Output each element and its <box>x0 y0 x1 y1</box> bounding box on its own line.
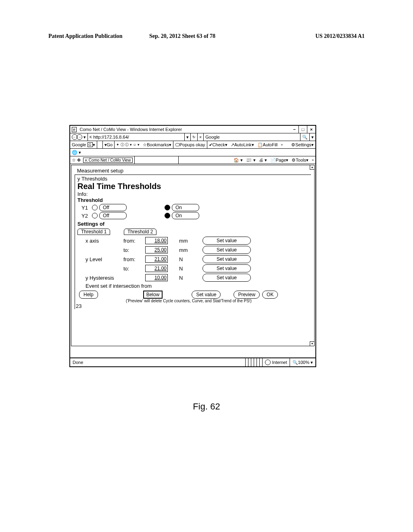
url-text: http://172.16.8.64/ <box>93 135 129 139</box>
set-value-button[interactable]: Set value <box>202 246 251 254</box>
status-done: Done <box>70 358 246 366</box>
maximize-button[interactable]: □ <box>299 126 307 133</box>
tools-menu-label: Tools <box>296 158 306 162</box>
minimize-button[interactable]: − <box>290 126 299 133</box>
xaxis-from-input[interactable]: 18.00 <box>145 237 168 244</box>
browser-tab[interactable]: K Como Net / CoMo View <box>83 158 133 163</box>
site-icon: K <box>90 135 92 139</box>
unit-n: N <box>179 266 191 272</box>
y2-off-pill[interactable]: Off <box>99 212 127 219</box>
y2-on-pill[interactable]: On <box>172 212 199 219</box>
settings-of-label: Settings of <box>77 221 309 227</box>
stop-button[interactable]: × <box>198 133 204 141</box>
y1-off-radio[interactable] <box>92 205 98 210</box>
refresh-button[interactable]: ↻ <box>191 133 198 141</box>
favorites-icon[interactable]: ☆ ✥ <box>70 156 82 164</box>
y2-off-radio[interactable] <box>92 213 98 218</box>
url-dropdown-icon[interactable]: ▾ <box>185 133 191 141</box>
y1-label: Y1 <box>81 205 90 211</box>
forward-icon: → <box>77 134 82 140</box>
scroll-up-icon[interactable]: ▴ <box>310 165 315 170</box>
number-23: 23 <box>76 303 309 309</box>
home-button[interactable]: 🏠 ▾ <box>232 156 244 164</box>
set-value-button[interactable]: Set value <box>202 255 251 263</box>
measurement-setup-label: Measurement setup <box>77 168 311 174</box>
preview-button[interactable]: Preview <box>234 291 260 299</box>
check-label: Check <box>213 142 225 147</box>
xaxis-to-input[interactable]: 25.00 <box>145 246 168 254</box>
unit-mm: mm <box>179 238 191 244</box>
tools-menu[interactable]: ⚙Tools ▾ <box>290 156 310 164</box>
autofill-button[interactable]: 📋 AutoFill <box>256 141 280 148</box>
ylevel-to-input[interactable]: 21.00 <box>145 265 168 272</box>
toolbar-overflow-icon[interactable]: » <box>310 156 315 164</box>
print-button[interactable]: 🖨 ▾ <box>257 156 269 164</box>
set-value-button[interactable]: Set value <box>202 264 251 272</box>
y1-on-pill[interactable]: On <box>172 204 199 211</box>
set-value-button[interactable]: Set value <box>202 274 251 282</box>
y1-row: Y1 Off On <box>81 204 309 211</box>
scroll-down-icon[interactable]: ▾ <box>310 341 315 346</box>
page-menu[interactable]: 📄Page ▾ <box>269 156 290 164</box>
ylevel-label: y Level <box>86 256 122 262</box>
y-thresholds-label: y Thresholds <box>77 176 309 182</box>
y1-off-pill[interactable]: Off <box>99 204 127 211</box>
google-search-field[interactable] <box>97 141 103 148</box>
search-field[interactable]: Google <box>204 133 300 141</box>
url-field[interactable]: K http://172.16.8.64/ <box>88 133 185 141</box>
y2-label: Y2 <box>81 213 90 219</box>
feed-button[interactable]: 📰 ▾ <box>244 156 257 164</box>
check-button[interactable]: ✔ Check ▾ <box>207 141 229 148</box>
aux-icon[interactable]: 🌐 ▾ <box>70 149 83 156</box>
info-label: Info: <box>77 191 309 197</box>
bookmarks-button[interactable]: ☆ Bookmarks▾ <box>141 141 173 148</box>
intersection-select[interactable]: Below <box>143 291 163 299</box>
search-engine-label: Google <box>205 135 219 139</box>
zoom-icon: 🔍 <box>292 360 298 365</box>
real-time-thresholds-heading: Real Time Thresholds <box>77 182 309 191</box>
search-button[interactable]: 🔍 <box>300 133 310 141</box>
y2-on-radio[interactable] <box>165 213 170 218</box>
doc-header-mid: Sep. 20, 2012 Sheet 63 of 78 <box>149 33 215 39</box>
nav-back-forward[interactable]: ← → ▾ <box>70 133 88 141</box>
google-brand-label: Google <box>72 142 86 147</box>
overflow-icon[interactable]: » <box>279 141 284 148</box>
patent-header: Patent Application Publication Sep. 20, … <box>48 33 365 39</box>
google-brand[interactable]: Google G▾ <box>70 141 97 148</box>
yhyst-input[interactable]: 10.00 <box>145 274 168 281</box>
popups-button[interactable]: 🖵 Popups okay <box>173 141 207 148</box>
google-toolbar: Google G▾ ▾Go ✦ ⓘ ⓘ ▾ ☺ ▾ ☆ Bookmarks▾ 🖵… <box>70 141 315 149</box>
close-button[interactable]: × <box>307 126 315 133</box>
address-bar: ← → ▾ K http://172.16.8.64/ ▾ ↻ × Google… <box>70 133 315 141</box>
bookmarks-label: Bookmarks <box>147 142 169 147</box>
from-label: from: <box>123 256 144 262</box>
threshold-label: Threshold <box>77 197 309 203</box>
zoom-value: 100% <box>298 360 309 365</box>
search-icon: 🔍 <box>302 135 308 140</box>
autolink-button[interactable]: ↗ AutoLink ▾ <box>229 141 256 148</box>
settings-button[interactable]: ⚙Settings▾ <box>290 141 315 148</box>
event-set-label: Event set if intersection from <box>86 283 309 289</box>
google-tool-icons[interactable]: ✦ ⓘ ⓘ ▾ ☺ ▾ <box>115 141 141 148</box>
tab-threshold-2[interactable]: Threshold 2 <box>124 229 156 235</box>
set-value-button[interactable]: Set value <box>192 291 221 299</box>
y2-row: Y2 Off On <box>81 212 309 219</box>
zone-icon <box>265 360 271 365</box>
set-value-button[interactable]: Set value <box>202 237 251 245</box>
ylevel-from-input[interactable]: 21.00 <box>145 256 168 263</box>
popups-label: Popups okay <box>179 142 205 147</box>
search-dropdown-icon[interactable]: ▾ <box>310 133 315 141</box>
from-label: from: <box>123 238 144 244</box>
settings-label: Settings <box>295 142 311 147</box>
google-go-button[interactable]: ▾Go <box>103 141 115 148</box>
ok-button[interactable]: OK <box>262 291 278 299</box>
help-button[interactable]: Help <box>79 291 98 299</box>
tab-threshold-1[interactable]: Threshold 1 <box>77 229 110 235</box>
browser-tab-label: Como Net / CoMo View <box>89 158 131 162</box>
tab-strip: ☆ ✥ K Como Net / CoMo View 🏠 ▾ 📰 ▾ 🖨 ▾ 📄… <box>70 156 315 164</box>
xaxis-label: x axis <box>86 238 122 244</box>
zoom-control[interactable]: 🔍 100% ▾ <box>290 358 315 366</box>
y1-on-radio[interactable] <box>165 205 170 210</box>
app-icon: e <box>70 126 78 133</box>
unit-n: N <box>179 256 191 262</box>
